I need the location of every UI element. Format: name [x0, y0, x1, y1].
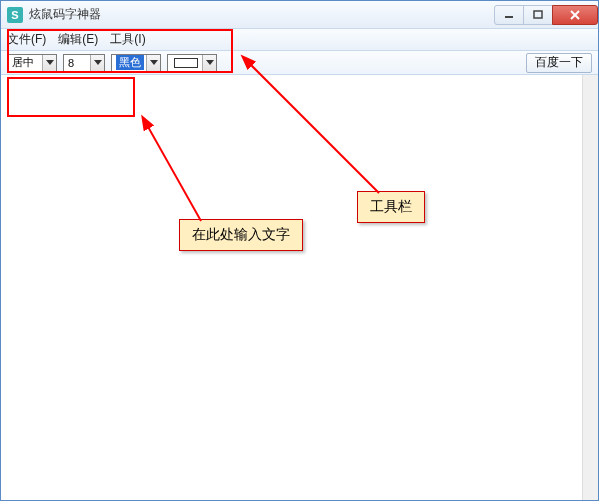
- chevron-down-icon: [202, 55, 216, 71]
- maximize-button[interactable]: [523, 5, 553, 25]
- menu-edit[interactable]: 编辑(E): [58, 31, 98, 48]
- bgcolor-swatch: [174, 58, 198, 68]
- svg-marker-7: [206, 60, 214, 65]
- fontsize-combo[interactable]: 8: [63, 54, 105, 72]
- toolbar: 居中 8 黑色 百度一下: [1, 51, 598, 75]
- svg-rect-1: [534, 11, 542, 18]
- align-combo[interactable]: 居中: [7, 54, 57, 72]
- align-value: 居中: [12, 55, 34, 70]
- fontcolor-value: 黑色: [116, 55, 144, 70]
- app-icon: S: [7, 7, 23, 23]
- menu-file[interactable]: 文件(F): [7, 31, 46, 48]
- menu-tool[interactable]: 工具(I): [110, 31, 145, 48]
- titlebar: S 炫鼠码字神器: [1, 1, 598, 29]
- svg-marker-5: [94, 60, 102, 65]
- app-window: S 炫鼠码字神器 文件(F) 编辑(E) 工具(I) 居中: [0, 0, 599, 501]
- fontsize-value: 8: [68, 57, 74, 69]
- close-button[interactable]: [552, 5, 598, 25]
- baidu-search-button[interactable]: 百度一下: [526, 53, 592, 73]
- chevron-down-icon: [42, 55, 56, 71]
- minimize-button[interactable]: [494, 5, 524, 25]
- chevron-down-icon: [146, 55, 160, 71]
- svg-marker-6: [150, 60, 158, 65]
- vertical-scrollbar[interactable]: [582, 75, 598, 500]
- editor-area[interactable]: [1, 75, 598, 500]
- menubar: 文件(F) 编辑(E) 工具(I): [1, 29, 598, 51]
- window-controls: [495, 5, 598, 25]
- chevron-down-icon: [90, 55, 104, 71]
- bgcolor-combo[interactable]: [167, 54, 217, 72]
- svg-marker-4: [46, 60, 54, 65]
- window-title: 炫鼠码字神器: [29, 6, 495, 23]
- fontcolor-combo[interactable]: 黑色: [111, 54, 161, 72]
